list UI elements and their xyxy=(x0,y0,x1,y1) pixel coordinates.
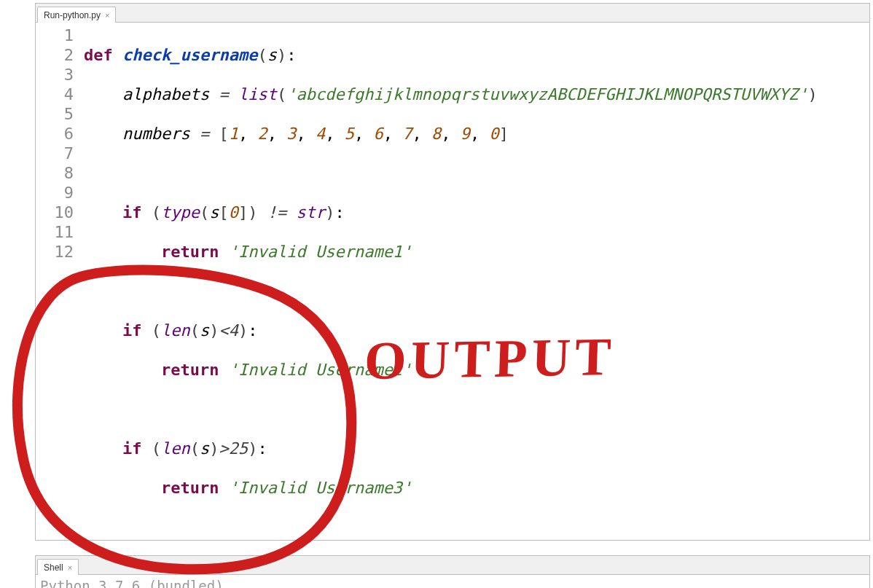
line-number: 3 xyxy=(36,65,74,85)
s-var: s xyxy=(209,203,219,222)
ret2: 'Invalid Username2' xyxy=(229,361,412,379)
num: 4 xyxy=(316,125,325,143)
fn-name: check_username xyxy=(122,46,257,64)
kw-return: return xyxy=(161,361,219,379)
line-number: 6 xyxy=(36,124,74,144)
str-alphabets: 'abcdefghijklmnopqrstuvwxyzABCDEFGHIJKLM… xyxy=(286,85,807,103)
lt4-op: <4 xyxy=(219,321,238,340)
line-number: 12 xyxy=(36,242,74,262)
kw-def: def xyxy=(84,46,113,64)
editor-tabbar: Run-python.py × xyxy=(36,4,869,23)
neq-op: != xyxy=(267,203,287,222)
editor-panel: Run-python.py × 1 2 3 4 5 6 7 8 9 10 11 … xyxy=(35,3,870,541)
line-number: 7 xyxy=(36,144,74,163)
num: 7 xyxy=(402,125,412,143)
param-s: s xyxy=(267,46,277,64)
code-line[interactable] xyxy=(84,281,869,301)
num: 0 xyxy=(229,203,238,222)
line-number: 11 xyxy=(36,222,74,242)
num: 2 xyxy=(257,125,267,143)
builtin-len: len xyxy=(161,439,190,458)
num: 8 xyxy=(431,125,441,143)
code-body[interactable]: def check_username(s): alphabets = list(… xyxy=(84,23,869,540)
kw-if: if xyxy=(122,321,142,340)
kw-if: if xyxy=(122,203,142,222)
builtin-type: type xyxy=(161,203,200,222)
line-number: 10 xyxy=(36,203,74,222)
python-version: Python 3.7.6 (bundled) xyxy=(40,578,224,588)
code-line[interactable]: if (len(s)>25): xyxy=(84,439,869,458)
var-alphabets: alphabets xyxy=(122,85,209,103)
code-line[interactable]: if (type(s[0]) != str): xyxy=(84,203,869,222)
editor-tab-run-python[interactable]: Run-python.py × xyxy=(37,7,116,23)
gt25-op: >25 xyxy=(219,439,248,458)
num: 0 xyxy=(489,125,498,143)
s-var: s xyxy=(200,321,209,340)
s-var: s xyxy=(200,439,209,458)
line-number: 4 xyxy=(36,85,74,104)
close-icon[interactable]: × xyxy=(105,11,109,20)
ret3: 'Invalid Username3' xyxy=(229,479,412,497)
code-line[interactable]: def check_username(s): xyxy=(84,45,869,65)
kw-return: return xyxy=(161,243,219,261)
code-line[interactable]: alphabets = list('abcdefghijklmnopqrstuv… xyxy=(84,85,869,104)
line-number: 1 xyxy=(36,26,74,45)
line-number: 2 xyxy=(36,45,74,65)
code-area[interactable]: 1 2 3 4 5 6 7 8 9 10 11 12 def check_use… xyxy=(36,23,869,540)
kw-if: if xyxy=(122,439,142,458)
kw-return: return xyxy=(161,479,219,497)
shell-body[interactable]: Python 3.7.6 (bundled) >>> %Run Run-pyth… xyxy=(36,575,869,588)
var-numbers: numbers xyxy=(122,125,190,143)
line-number: 5 xyxy=(36,104,74,124)
shell-tab-label: Shell xyxy=(44,562,63,573)
num: 9 xyxy=(461,125,470,143)
line-number: 9 xyxy=(36,183,74,203)
ret1: 'Invalid Username1' xyxy=(229,243,412,261)
builtin-list: list xyxy=(238,85,277,103)
code-line[interactable]: return 'Invalid Username1' xyxy=(84,242,869,262)
editor-tab-label: Run-python.py xyxy=(44,10,101,20)
num: 3 xyxy=(286,125,296,143)
code-line[interactable] xyxy=(84,163,869,183)
shell-tabbar: Shell × xyxy=(36,556,869,575)
num: 6 xyxy=(373,125,383,143)
shell-panel: Shell × Python 3.7.6 (bundled) >>> %Run … xyxy=(35,555,870,588)
num: 1 xyxy=(229,125,238,143)
line-number: 8 xyxy=(36,163,74,183)
builtin-len: len xyxy=(161,321,190,340)
code-line[interactable]: if (len(s)<4): xyxy=(84,321,869,340)
line-number-gutter: 1 2 3 4 5 6 7 8 9 10 11 12 xyxy=(36,23,84,540)
builtin-str: str xyxy=(296,203,325,222)
shell-tab[interactable]: Shell × xyxy=(37,559,79,575)
close-icon[interactable]: × xyxy=(68,563,72,572)
code-line[interactable]: return 'Invalid Username3' xyxy=(84,478,869,498)
num: 5 xyxy=(345,125,354,143)
code-line[interactable] xyxy=(84,399,869,419)
code-line[interactable]: return 'Invalid Username2' xyxy=(84,360,869,380)
code-line[interactable]: numbers = [1, 2, 3, 4, 5, 6, 7, 8, 9, 0] xyxy=(84,124,869,144)
